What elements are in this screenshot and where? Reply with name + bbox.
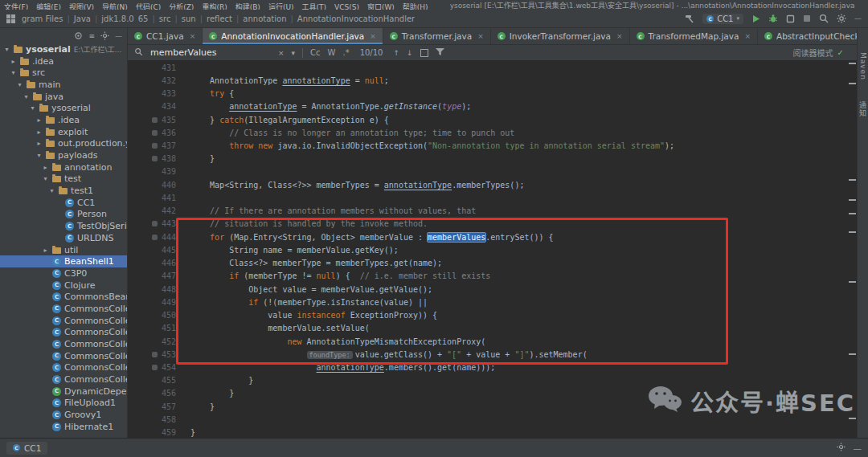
- tree-item[interactable]: ▸annotation: [0, 161, 127, 173]
- menu-item[interactable]: 视图(V): [65, 3, 98, 10]
- menu-item[interactable]: 编辑(E): [32, 3, 65, 10]
- chevron-collapsed-icon[interactable]: ▸: [42, 247, 49, 254]
- code-line[interactable]: 451 memberValue.setValue(: [128, 322, 857, 335]
- notifications-tool-button[interactable]: 通知: [858, 101, 868, 117]
- build-hammer-icon[interactable]: [685, 14, 694, 23]
- tree-item[interactable]: ▸.idea: [0, 55, 127, 67]
- chevron-collapsed-icon[interactable]: ▸: [35, 129, 43, 136]
- tree-item[interactable]: CHibernate1: [0, 421, 127, 433]
- code-line[interactable]: 434 annotationType = AnnotationType.getI…: [128, 100, 857, 113]
- editor-tab[interactable]: CTransformer.java×: [383, 28, 491, 44]
- statusbar-gear-icon[interactable]: [837, 443, 845, 453]
- statusbar-minimize-icon[interactable]: —: [854, 443, 862, 453]
- tree-item[interactable]: ▾java: [0, 91, 127, 103]
- tree-item[interactable]: CCC1: [0, 197, 127, 209]
- code-line[interactable]: 432 AnnotationType annotationType = null…: [128, 74, 857, 87]
- run-config-selector[interactable]: C CC1 ▾: [702, 14, 743, 24]
- menu-item[interactable]: 导航(N): [98, 3, 132, 10]
- code-line[interactable]: 435 } catch(IllegalArgumentException e) …: [128, 113, 857, 126]
- tree-item[interactable]: ▾test: [0, 173, 127, 186]
- locate-file-icon[interactable]: [74, 31, 83, 40]
- tree-item[interactable]: ▾test1: [0, 185, 127, 197]
- select-all-matches-icon[interactable]: [420, 49, 428, 57]
- tree-item[interactable]: ▾main: [0, 79, 127, 91]
- filter-icon[interactable]: [436, 48, 444, 58]
- code-line[interactable]: 453 foundType:value.getClass() + "[" + v…: [128, 348, 857, 361]
- tree-item[interactable]: CTestObjSerializa: [0, 220, 127, 232]
- match-case-toggle[interactable]: Cc: [310, 48, 320, 57]
- chevron-expanded-icon[interactable]: ▾: [3, 46, 10, 53]
- menu-item[interactable]: 工具(T): [298, 3, 331, 10]
- code-line[interactable]: 445 String name = memberValue.getKey();: [128, 243, 857, 256]
- menu-item[interactable]: 运行(U): [264, 3, 298, 10]
- menu-item[interactable]: VCS(S): [330, 3, 363, 10]
- regex-toggle[interactable]: .*: [342, 48, 349, 57]
- code-line[interactable]: 443 // situation is handled by the invok…: [128, 218, 857, 231]
- hide-panel-icon[interactable]: —: [115, 32, 122, 40]
- code-line[interactable]: 442 // If there are annotation members w…: [128, 205, 857, 218]
- editor-tab[interactable]: CCC1.java×: [128, 28, 203, 44]
- code-line[interactable]: 446 Class<?> memberType = memberTypes.ge…: [128, 257, 857, 270]
- menu-item[interactable]: 构建(B): [231, 3, 264, 10]
- tree-item[interactable]: ▾payloads: [0, 149, 127, 161]
- tree-item[interactable]: ▸.idea: [0, 114, 127, 126]
- breadcrumb-item[interactable]: AnnotationInvocationHandler: [297, 14, 415, 23]
- whole-words-toggle[interactable]: W: [328, 48, 336, 57]
- editor-tab[interactable]: CInvokerTransformer.java×: [491, 28, 630, 44]
- debug-button[interactable]: [768, 14, 778, 23]
- code-line[interactable]: 433 try {: [128, 87, 857, 100]
- run-with-coverage-icon[interactable]: [786, 14, 795, 23]
- tree-item[interactable]: ▾ysoserial: [0, 102, 127, 114]
- reader-mode-toast[interactable]: 阅读器模式 ✓: [793, 47, 844, 59]
- chevron-expanded-icon[interactable]: ▾: [48, 187, 55, 194]
- tab-close-icon[interactable]: ×: [190, 32, 196, 40]
- tree-item[interactable]: CFileUpload1: [0, 398, 127, 410]
- menu-item[interactable]: 窗口(W): [363, 3, 399, 10]
- code-line[interactable]: 439: [128, 165, 857, 178]
- search-input[interactable]: memberValues: [150, 47, 271, 58]
- code-line[interactable]: 454 annotationType.members().get(name)))…: [128, 361, 857, 373]
- tree-item[interactable]: CPerson: [0, 209, 127, 221]
- search-everywhere-icon[interactable]: [819, 14, 829, 23]
- code-line[interactable]: 452 new AnnotationTypeMismatchExceptionP…: [128, 335, 857, 348]
- prev-match-icon[interactable]: ↑: [393, 49, 399, 57]
- breadcrumb-item[interactable]: annotation: [243, 14, 286, 23]
- tree-item[interactable]: CURLDNS: [0, 232, 127, 244]
- menu-item[interactable]: 文件(F): [0, 3, 32, 10]
- tree-item[interactable]: CBeanShell1: [0, 255, 127, 267]
- tree-item[interactable]: ▾ysoserialE:\工作栏\工具\工具集合\1.web工具\安全工具\ys…: [0, 43, 127, 55]
- code-line[interactable]: 440 Map<String, Class<?>> memberTypes = …: [128, 178, 857, 191]
- window-grid-icon[interactable]: [6, 14, 15, 23]
- stop-button[interactable]: [803, 14, 811, 22]
- menu-item[interactable]: 分析(Z): [165, 3, 198, 10]
- tree-item[interactable]: CCommonsCollecti: [0, 315, 127, 327]
- tree-item[interactable]: CCommonsCollecti: [0, 338, 127, 350]
- tree-item[interactable]: CCommonsCollecti: [0, 362, 127, 374]
- chevron-expanded-icon[interactable]: ▾: [23, 93, 30, 100]
- tree-item[interactable]: CCommonsCollecti: [0, 373, 127, 386]
- tab-close-icon[interactable]: ×: [477, 32, 484, 40]
- clear-search-icon[interactable]: ×: [278, 49, 285, 57]
- breadcrumb-item[interactable]: reflect: [207, 14, 232, 23]
- tab-close-icon[interactable]: ×: [744, 32, 751, 40]
- code-line[interactable]: 459}: [128, 426, 857, 438]
- tree-item[interactable]: CGroovy1: [0, 409, 127, 421]
- chevron-expanded-icon[interactable]: ▾: [35, 152, 43, 159]
- chevron-collapsed-icon[interactable]: ▸: [35, 140, 43, 147]
- tree-item[interactable]: CC3P0: [0, 267, 127, 280]
- collapse-all-icon[interactable]: ≡: [88, 32, 95, 40]
- tree-item[interactable]: CCommonsCollecti: [0, 327, 127, 339]
- code-line[interactable]: 441: [128, 191, 857, 204]
- chevron-expanded-icon[interactable]: ▾: [29, 104, 36, 112]
- tab-close-icon[interactable]: ×: [370, 32, 376, 40]
- tree-item[interactable]: CCommonsBeanuti: [0, 291, 127, 303]
- run-button[interactable]: [751, 14, 760, 23]
- breadcrumb-item[interactable]: jdk1.8.0_65: [101, 14, 148, 23]
- chevron-collapsed-icon[interactable]: ▸: [10, 58, 17, 65]
- tree-item[interactable]: CClojure: [0, 280, 127, 292]
- editor-tab[interactable]: CAbstractInputCheckedMapDecorator.java×: [758, 28, 857, 44]
- code-editor[interactable]: 431432 AnnotationType annotationType = n…: [128, 59, 857, 438]
- panel-settings-gear-icon[interactable]: [100, 31, 109, 40]
- minimize-icon[interactable]: —: [854, 14, 862, 22]
- tree-item[interactable]: CCommonsCollecti: [0, 303, 127, 315]
